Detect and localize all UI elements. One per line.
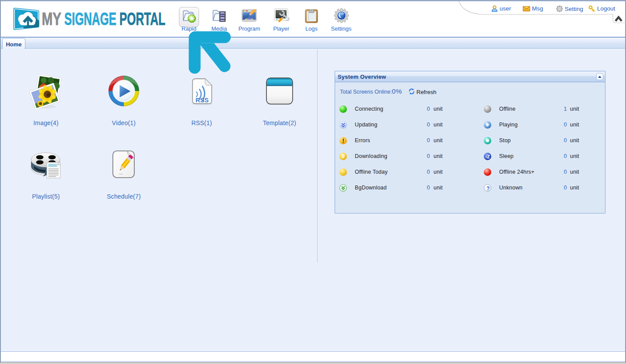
svg-text:SIGNAGE: SIGNAGE — [64, 9, 116, 29]
svg-text:MY: MY — [42, 9, 62, 29]
svg-text:RSS: RSS — [196, 97, 209, 104]
svg-text:Z: Z — [487, 154, 490, 159]
svg-text:?: ? — [486, 186, 490, 192]
svg-text:PORTAL: PORTAL — [119, 9, 165, 29]
